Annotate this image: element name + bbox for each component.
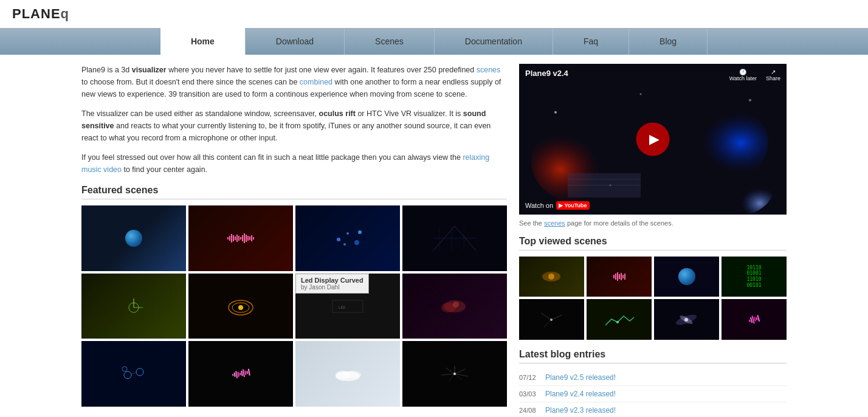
svg-point-3 xyxy=(343,243,346,246)
grid-svg xyxy=(433,226,476,250)
scene-thumb-dark-burst[interactable] xyxy=(402,341,507,407)
featured-scenes-row3 xyxy=(81,341,507,407)
top8-waveform xyxy=(748,314,760,325)
clock-icon: 🕐 xyxy=(739,69,746,75)
left-column: Plane9 is a 3d visualizer where you neve… xyxy=(81,64,507,417)
svg-point-4 xyxy=(358,230,362,234)
blue-particles-svg xyxy=(329,227,366,249)
top-thumb-8[interactable] xyxy=(722,299,787,340)
featured-scenes-title: Featured scenes xyxy=(81,185,507,199)
watch-on-text: Watch on xyxy=(525,202,553,209)
scene-thumb-blue-nodes[interactable] xyxy=(81,341,186,407)
intro-para1: Plane9 is a 3d visualizer where you neve… xyxy=(81,64,507,100)
share-ctrl: ↗ Share xyxy=(766,69,780,81)
scenes-link-inline[interactable]: scenes xyxy=(477,66,501,74)
top-viewed-title: Top viewed scenes xyxy=(519,236,787,250)
top-thumb-1[interactable] xyxy=(519,257,584,297)
svg-point-54 xyxy=(616,321,619,323)
matrix-text: 10110010011101000101 xyxy=(746,265,761,288)
tooltip-title: Led Display Curved xyxy=(301,277,363,284)
nav-scenes[interactable]: Scenes xyxy=(345,28,435,55)
svg-point-28 xyxy=(344,371,361,378)
svg-point-53 xyxy=(550,319,553,321)
scene-thumb-earth[interactable] xyxy=(81,205,186,271)
svg-point-16 xyxy=(238,305,243,310)
tooltip-sub: by Jason Dahl xyxy=(301,284,363,291)
top-thumb-5[interactable] xyxy=(519,299,584,340)
scene-thumb-fire-ring[interactable] xyxy=(188,274,293,339)
share-icon: ↗ xyxy=(771,69,776,75)
svg-point-25 xyxy=(122,367,127,371)
svg-point-21 xyxy=(453,302,459,308)
blog-date-3: 24/08 xyxy=(519,407,540,414)
play-button[interactable] xyxy=(636,122,670,156)
svg-line-35 xyxy=(441,374,455,375)
scene-thumb-nebula[interactable] xyxy=(402,274,507,339)
share-label: Share xyxy=(766,75,780,81)
featured-scenes-row2: LED Led Display Curved by Jason Dahl xyxy=(81,274,507,339)
svg-point-2 xyxy=(354,240,359,245)
blue-nodes-svg xyxy=(115,363,152,384)
combined-link[interactable]: combined xyxy=(300,78,332,86)
blog-link-2[interactable]: Plane9 v2.4 released! xyxy=(545,390,616,398)
top3-earth xyxy=(678,268,695,285)
scene-thumb-grid[interactable] xyxy=(402,205,507,271)
svg-line-51 xyxy=(551,315,562,320)
svg-point-23 xyxy=(136,368,143,376)
svg-point-49 xyxy=(548,274,554,280)
svg-point-43 xyxy=(749,99,751,102)
nebula-svg xyxy=(436,295,473,317)
led-tooltip: Led Display Curved by Jason Dahl xyxy=(295,274,369,294)
svg-line-24 xyxy=(131,373,136,374)
svg-point-57 xyxy=(684,318,688,322)
waveform-shape xyxy=(227,233,254,243)
blog-link-1[interactable]: Plane9 v2.5 released! xyxy=(545,373,616,382)
scene-thumb-green-sparks[interactable] xyxy=(81,274,186,339)
svg-line-36 xyxy=(455,374,468,376)
watch-later-label: Watch later xyxy=(729,75,757,81)
svg-line-33 xyxy=(455,374,462,380)
blog-link-3[interactable]: Plane9 v2.3 released! xyxy=(545,406,616,415)
scene-thumb-cloud[interactable] xyxy=(295,341,400,407)
nav-download[interactable]: Download xyxy=(246,28,345,55)
scenes-page-link: See the scenes page for more details of … xyxy=(519,219,787,227)
top-thumb-7[interactable] xyxy=(654,299,719,340)
blog-date-1: 07/12 xyxy=(519,374,540,381)
top-thumb-3[interactable] xyxy=(654,257,719,297)
svg-rect-17 xyxy=(332,300,363,312)
nav-home[interactable]: Home xyxy=(160,28,246,55)
top-thumb-2[interactable] xyxy=(587,257,652,297)
scene-thumb-waveform[interactable] xyxy=(188,205,293,271)
svg-line-30 xyxy=(446,368,455,374)
top6-svg xyxy=(602,310,636,329)
green-sparks-svg xyxy=(115,295,152,317)
video-embed[interactable]: Plane9 v2.4 🕐 Watch later ↗ Share Watch … xyxy=(519,64,787,215)
top-thumb-4[interactable]: 10110010011101000101 xyxy=(722,257,787,297)
nav-documentation[interactable]: Documentation xyxy=(435,28,553,55)
blog-entry-2: 03/03 Plane9 v2.4 released! xyxy=(519,386,787,402)
main-content: Plane9 is a 3d visualizer where you neve… xyxy=(69,55,799,417)
blog-date-2: 03/03 xyxy=(519,390,540,398)
svg-point-1 xyxy=(346,232,349,235)
scene-thumb-blue-particles[interactable] xyxy=(295,205,400,271)
svg-text:LED: LED xyxy=(339,305,345,309)
led-svg: LED xyxy=(329,295,366,317)
video-controls: 🕐 Watch later ↗ Share xyxy=(729,69,780,81)
relaxing-video-link[interactable]: relaxing music video xyxy=(81,153,489,174)
top7-svg xyxy=(670,310,703,329)
scene-thumb-pink-dna[interactable] xyxy=(188,341,293,407)
logo-q: q xyxy=(61,6,69,21)
top2-waveform xyxy=(613,272,625,281)
top-viewed-row2 xyxy=(519,299,787,340)
scene-thumb-led-tooltip[interactable]: LED Led Display Curved by Jason Dahl xyxy=(295,274,400,339)
top-thumb-6[interactable] xyxy=(587,299,652,340)
scenes-page-anchor[interactable]: scenes xyxy=(544,219,565,227)
svg-point-0 xyxy=(337,238,340,241)
video-background: Plane9 v2.4 🕐 Watch later ↗ Share Watch … xyxy=(519,64,787,215)
header: PLANEq xyxy=(0,0,868,28)
svg-line-50 xyxy=(541,313,551,320)
nav-faq[interactable]: Faq xyxy=(553,28,629,55)
video-title: Plane9 v2.4 xyxy=(525,69,568,78)
nav-blog[interactable]: Blog xyxy=(629,28,708,55)
main-nav: Home Download Scenes Documentation Faq B… xyxy=(0,28,868,55)
